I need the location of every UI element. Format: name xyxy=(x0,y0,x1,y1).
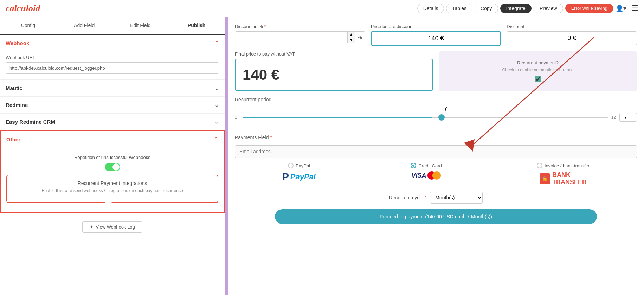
recurrent-cycle-label: Recurrent cycle * xyxy=(389,195,427,200)
tab-bar: Config Add Field Edit Field Publish xyxy=(0,17,225,35)
paypal-radio[interactable] xyxy=(288,163,294,168)
copy-button[interactable]: Copy xyxy=(475,4,498,13)
recurrent-period-slider[interactable] xyxy=(243,117,608,118)
final-price-field: Final price to pay without VAT 140 € xyxy=(235,51,433,91)
payment-options: PayPal P PayPal Credit Card xyxy=(235,163,637,186)
spin-down-button[interactable]: ▼ xyxy=(348,37,355,43)
recurrent-box-title: Recurrent Payment Integrations xyxy=(13,180,212,186)
mautic-section: Mautic ⌄ xyxy=(0,80,225,97)
discount-label: Discount in % * xyxy=(235,24,365,29)
webhook-section: Webhook ⌃ Webhook URL xyxy=(0,35,225,80)
slider-number-display: 7 xyxy=(444,106,447,112)
hamburger-menu[interactable]: ☰ xyxy=(631,4,638,13)
other-title[interactable]: Other xyxy=(6,136,20,142)
paypal-option[interactable]: PayPal P PayPal xyxy=(282,163,316,182)
other-section-header[interactable]: Other ⌃ xyxy=(1,131,224,148)
webhook-log-area: ✈ View Webhook Log xyxy=(0,213,225,241)
final-price-label: Final price to pay without VAT xyxy=(235,51,433,57)
bank-transfer-option[interactable]: Invoice / bank transfer 🔒 BANKTRANSFER xyxy=(537,163,590,186)
webhook-url-input[interactable] xyxy=(6,62,219,74)
discount-value-label: Discount xyxy=(507,24,637,29)
paypal-p-icon: P xyxy=(282,171,289,182)
bank-icon: 🔒 xyxy=(540,173,550,184)
tab-edit-field[interactable]: Edit Field xyxy=(112,17,169,35)
recurrent-period-label: Recurrent period xyxy=(235,97,637,102)
details-button[interactable]: Details xyxy=(417,4,444,13)
credit-card-label: Credit Card xyxy=(418,163,442,168)
paypal-logo: P PayPal xyxy=(282,171,316,182)
discount-input[interactable] xyxy=(235,32,347,43)
easy-redmine-section-header[interactable]: Easy Redmine CRM ⌄ xyxy=(0,114,225,130)
credit-card-option[interactable]: Credit Card VISA xyxy=(411,163,442,180)
paypal-option-top: PayPal xyxy=(288,163,310,168)
price-before-discount-input[interactable] xyxy=(371,31,501,46)
discount-value-field: Discount xyxy=(507,24,637,46)
bank-transfer-radio[interactable] xyxy=(537,163,542,168)
recurrent-cycle-row: Recurrent cycle * Month(s) Year(s) Week(… xyxy=(235,192,637,204)
email-input[interactable] xyxy=(235,145,637,158)
card-logos: VISA xyxy=(411,171,441,180)
webhook-content: Webhook URL xyxy=(0,51,225,79)
paypal-text-icon: PayPal xyxy=(290,172,316,181)
easy-redmine-chevron-icon: ⌄ xyxy=(214,118,219,125)
tab-config[interactable]: Config xyxy=(0,17,56,35)
payments-field-label: Payments Field * xyxy=(235,135,637,140)
webhook-log-label: View Webhook Log xyxy=(96,224,135,230)
slider-value-input[interactable] xyxy=(619,113,637,122)
redmine-section-header[interactable]: Redmine ⌄ xyxy=(0,97,225,113)
discount-spin: ▲ ▼ xyxy=(347,32,355,43)
integrate-button[interactable]: Integrate xyxy=(500,4,532,13)
price-before-discount-field: Price before discount xyxy=(371,24,501,46)
preview-button[interactable]: Preview xyxy=(534,4,563,13)
recurrent-payment-label: Recurrent payment? xyxy=(517,60,559,65)
view-webhook-log-button[interactable]: ✈ View Webhook Log xyxy=(82,221,142,233)
bank-transfer-text: BANKTRANSFER xyxy=(552,171,587,186)
tables-button[interactable]: Tables xyxy=(446,4,472,13)
recurrent-period-section: Recurrent period 7 1 12 xyxy=(235,97,637,122)
app-logo: calculoid xyxy=(6,3,40,14)
slider-max-label: 12 xyxy=(611,115,616,120)
slider-min-label: 1 xyxy=(235,115,239,120)
mastercard-logo xyxy=(427,171,441,180)
bank-transfer-label: Invoice / bank transfer xyxy=(545,163,590,168)
tab-publish[interactable]: Publish xyxy=(168,17,225,35)
recurrent-integrations-box: Recurrent Payment Integrations Enable th… xyxy=(6,175,218,203)
credit-card-option-top: Credit Card xyxy=(411,163,442,168)
discount-suffix: % xyxy=(355,34,365,40)
credit-card-radio[interactable] xyxy=(411,163,416,168)
redmine-chevron-icon: ⌄ xyxy=(214,102,219,108)
proceed-button[interactable]: Proceed to payment (140.00 USD each 7 Mo… xyxy=(275,209,597,224)
final-price-row: Final price to pay without VAT 140 € Rec… xyxy=(235,51,637,91)
slider-row: 1 12 xyxy=(235,113,637,122)
main-layout: Config Add Field Edit Field Publish Webh… xyxy=(0,17,644,295)
other-section: Other ⌃ Repetition of unsuccessful Webho… xyxy=(0,130,225,213)
slider-value-above: 7 xyxy=(235,106,637,112)
mautic-title: Mautic xyxy=(6,85,22,91)
bank-transfer-logo: 🔒 BANKTRANSFER xyxy=(540,171,587,186)
repetition-toggle[interactable] xyxy=(105,163,120,171)
log-icon: ✈ xyxy=(90,224,94,230)
error-saving-button[interactable]: Error while saving xyxy=(565,4,613,13)
final-price-display: 140 € xyxy=(235,59,433,91)
mautic-section-header[interactable]: Mautic ⌄ xyxy=(0,80,225,96)
webhook-title: Webhook xyxy=(6,40,29,46)
left-color-strip xyxy=(225,17,228,295)
spin-up-button[interactable]: ▲ xyxy=(348,32,355,37)
repetition-toggle-row: Repetition of unsuccessful Webhooks xyxy=(6,155,218,171)
visa-logo: VISA xyxy=(411,172,426,179)
recurrent-payment-checkbox[interactable] xyxy=(535,76,541,82)
webhook-section-header[interactable]: Webhook ⌃ xyxy=(0,35,225,51)
redmine-section: Redmine ⌄ xyxy=(0,97,225,114)
repetition-toggle-slider[interactable] xyxy=(105,163,120,171)
webhook-url-label: Webhook URL xyxy=(6,55,219,60)
discount-value-input[interactable] xyxy=(507,31,637,45)
user-menu[interactable]: 👤▾ xyxy=(616,5,626,12)
other-content: Repetition of unsuccessful Webhooks Recu… xyxy=(1,148,224,212)
left-panel: Config Add Field Edit Field Publish Webh… xyxy=(0,17,225,295)
easy-redmine-section: Easy Redmine CRM ⌄ xyxy=(0,114,225,130)
tab-add-field[interactable]: Add Field xyxy=(56,17,112,35)
right-content: Discount in % * ▲ ▼ % xyxy=(228,17,644,295)
discount-field: Discount in % * ▲ ▼ % xyxy=(235,24,365,46)
nav-buttons: Details Tables Copy Integrate Preview Er… xyxy=(417,4,638,13)
recurrent-cycle-select[interactable]: Month(s) Year(s) Week(s) xyxy=(430,192,483,204)
